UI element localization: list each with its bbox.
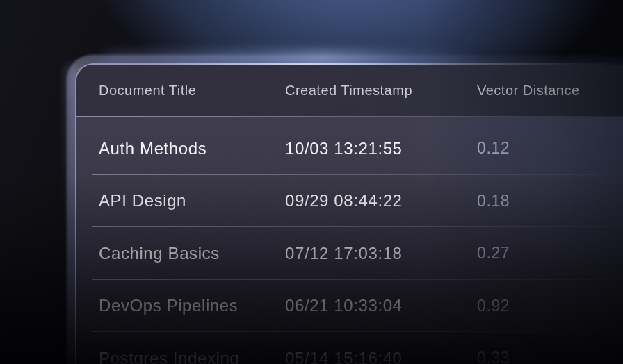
created-timestamp-cell: 10/03 13:21:55 (285, 139, 477, 158)
table-row[interactable]: API Design09/29 08:44:220.18 (76, 175, 623, 228)
document-title-cell: Postgres Indexing (99, 349, 285, 364)
document-title-cell: DevOps Pipelines (99, 296, 285, 315)
table-row[interactable]: Postgres Indexing05/14 15:16:400.33 (76, 332, 623, 364)
card-top-edge-glow (104, 53, 480, 64)
vector-distance-cell: 0.12 (477, 139, 623, 158)
table-row[interactable]: Caching Basics07/12 17:03:180.27 (76, 227, 623, 280)
created-timestamp-cell: 06/21 10:33:04 (285, 296, 477, 315)
table-row[interactable]: Auth Methods10/03 13:21:550.12 (76, 122, 623, 175)
column-header-document-title: Document Title (99, 83, 285, 99)
created-timestamp-cell: 07/12 17:03:18 (285, 244, 477, 263)
document-title-cell: API Design (99, 191, 285, 210)
created-timestamp-cell: 05/14 15:16:40 (285, 349, 477, 364)
vector-distance-cell: 0.33 (477, 349, 623, 364)
documents-table-card: Document Title Created Timestamp Vector … (75, 63, 623, 364)
vector-distance-cell: 0.27 (477, 244, 623, 263)
table-header-row: Document Title Created Timestamp Vector … (76, 65, 623, 117)
column-header-vector-distance: Vector Distance (477, 83, 623, 99)
table-body: Auth Methods10/03 13:21:550.12API Design… (76, 117, 623, 364)
documents-table: Document Title Created Timestamp Vector … (76, 65, 623, 364)
created-timestamp-cell: 09/29 08:44:22 (285, 191, 477, 210)
vector-distance-cell: 0.18 (477, 192, 623, 210)
document-title-cell: Auth Methods (99, 139, 285, 158)
document-title-cell: Caching Basics (99, 244, 285, 263)
vector-distance-cell: 0.92 (477, 297, 623, 315)
screenshot-scene: Document Title Created Timestamp Vector … (0, 0, 623, 364)
table-row[interactable]: DevOps Pipelines06/21 10:33:040.92 (76, 280, 623, 333)
column-header-created-timestamp: Created Timestamp (285, 83, 477, 99)
